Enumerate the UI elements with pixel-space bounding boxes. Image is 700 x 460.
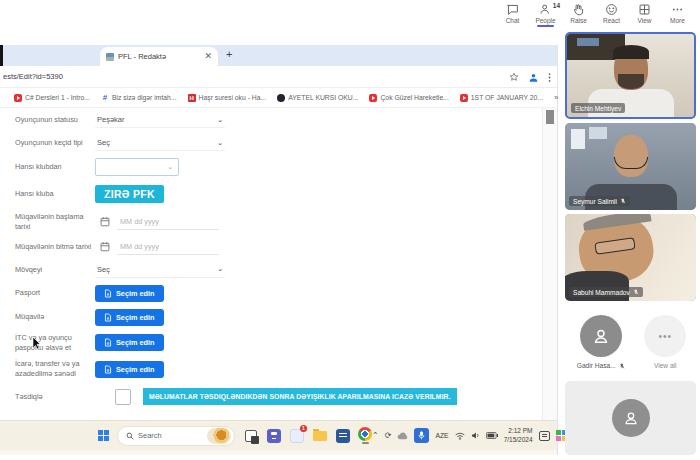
field-label: Müqavilənin bitmə tarixi xyxy=(15,242,95,252)
form-row-contract-end: Müqavilənin bitmə tarixi MM dd yyyy xyxy=(15,239,527,255)
speaker-icon[interactable] xyxy=(471,431,480,440)
mic-muted-icon xyxy=(620,198,626,204)
address-bar-url[interactable]: ests/Edit?id=5390 xyxy=(0,72,63,81)
raise-hand-icon xyxy=(572,3,585,16)
bookmark-item[interactable]: 1ST OF JANUARY 20... xyxy=(460,94,543,102)
form-row-contract-doc: Müqavilə Seçim edin xyxy=(15,309,527,326)
status-select[interactable]: Peşəkar ⌄ xyxy=(95,112,225,128)
position-select[interactable]: Seç ⌄ xyxy=(95,262,225,278)
bookmark-item[interactable]: HHaşr suresi oku - Ha... xyxy=(188,94,267,102)
notification-app-button[interactable]: 1 xyxy=(289,428,304,443)
sync-icon[interactable]: ⟳ xyxy=(385,432,392,440)
chevron-down-icon: ⌄ xyxy=(167,163,173,171)
tray-overflow-chevron-icon[interactable]: ⌃ xyxy=(372,432,379,440)
people-button[interactable]: 14 People xyxy=(533,3,558,24)
windows-taskbar: Search 1 ⌃ ⟳ AZE xyxy=(0,420,557,450)
bookmark-item[interactable]: C# Dersleri 1 - Intro... xyxy=(14,94,90,102)
confirmation-warning-banner: MƏLUMATLAR TƏSDIQLƏNDIKDƏN SONRA DƏYIŞIK… xyxy=(143,388,457,405)
meeting-toolbar: Chat 14 People Raise React View More xyxy=(500,0,700,30)
form-row-transfer-type: Oyunçunun keçid tipi Seç ⌄ xyxy=(15,135,527,151)
participant-name: Gadir Hasa... xyxy=(577,362,625,369)
upload-button-label: Seçim edin xyxy=(116,289,155,298)
battery-icon[interactable] xyxy=(486,432,498,439)
contract-end-date-input[interactable]: MM dd yyyy xyxy=(117,239,219,255)
teams-app-button[interactable] xyxy=(266,428,281,443)
react-button[interactable]: React xyxy=(599,3,624,24)
field-label: Pasport xyxy=(15,288,95,298)
more-button[interactable]: More xyxy=(665,3,690,24)
browser-tab[interactable]: PFL - Redaktə ✕ xyxy=(100,47,218,66)
people-icon xyxy=(539,3,552,16)
language-indicator[interactable]: AZE xyxy=(435,432,448,439)
raise-hand-button[interactable]: Raise xyxy=(566,3,591,24)
search-icon xyxy=(126,432,134,440)
form-row-itc: İTC və ya oyunçu pasportu əlavə et Seçim… xyxy=(15,333,527,353)
participant-name-chip: Elchin Mehtiyev xyxy=(571,103,625,113)
bookmark-label: AYETEL KURSI OKU... xyxy=(288,94,358,101)
office-app-button[interactable] xyxy=(335,428,350,443)
bookmark-label: Çok Güzel Hareketle... xyxy=(380,94,448,101)
file-icon xyxy=(104,338,112,347)
browser-menu-icon[interactable] xyxy=(548,72,551,83)
itc-upload-button[interactable]: Seçim edin xyxy=(95,334,164,351)
tab-close-icon[interactable]: ✕ xyxy=(204,52,212,61)
confirm-checkbox[interactable] xyxy=(115,389,131,405)
microphone-active-button[interactable] xyxy=(414,428,429,443)
taskbar-search[interactable]: Search xyxy=(117,426,235,446)
task-view-button[interactable] xyxy=(243,428,258,443)
mic-muted-icon xyxy=(619,363,625,369)
form-row-position: Mövqeyi Seç ⌄ xyxy=(15,262,527,278)
bookmark-item[interactable]: #Biz sizə digər imtah... xyxy=(101,94,177,102)
file-explorer-button[interactable] xyxy=(312,428,327,443)
ellipsis-icon: ••• xyxy=(644,315,686,357)
bookmarks-overflow-icon[interactable]: » xyxy=(554,93,558,102)
desktop-edge xyxy=(0,450,557,455)
video-tile-sabuhi[interactable]: Sabuhi Mammadov xyxy=(565,214,696,301)
calendar-icon[interactable] xyxy=(100,216,110,227)
view-all-button[interactable]: ••• View all xyxy=(644,315,686,369)
tray-time: 2:12 PM xyxy=(508,427,532,434)
notification-center-icon[interactable] xyxy=(539,431,550,441)
avatar xyxy=(580,315,622,357)
participant-avatar-gadir[interactable]: Gadir Hasa... xyxy=(577,315,625,369)
bookmark-item[interactable]: AYETEL KURSI OKU... xyxy=(277,94,358,102)
scrollbar-thumb[interactable] xyxy=(546,110,554,124)
chrome-app-button[interactable] xyxy=(358,427,372,444)
new-tab-button[interactable]: + xyxy=(226,49,232,60)
bookmark-star-icon[interactable] xyxy=(509,72,519,82)
passport-upload-button[interactable]: Seçim edin xyxy=(95,285,164,302)
notification-badge: 1 xyxy=(300,425,307,432)
video-tile-seymur[interactable]: Seymur Salimli xyxy=(565,123,696,210)
clock[interactable]: 2:12 PM 7/15/2024 xyxy=(504,427,533,445)
cloud-icon[interactable] xyxy=(397,432,408,440)
form-row-confirm: Təsdiqlə MƏLUMATLAR TƏSDIQLƏNDIKDƏN SONR… xyxy=(15,388,527,405)
page-content: Oyunçunun statusu Peşəkar ⌄ Oyunçunun ke… xyxy=(0,108,557,420)
more-participants-row: Gadir Hasa... ••• View all xyxy=(565,305,698,373)
transfer-type-select[interactable]: Seç ⌄ xyxy=(95,135,225,151)
page-scrollbar[interactable] xyxy=(542,108,557,420)
field-label: Mövqeyi xyxy=(15,265,95,275)
video-tile-elchin[interactable]: Elchin Mehtiyev xyxy=(565,32,696,119)
taskbar-apps: Search 1 xyxy=(98,426,372,446)
calendar-icon[interactable] xyxy=(100,241,110,252)
wifi-icon[interactable] xyxy=(455,432,465,440)
people-active-indicator xyxy=(537,25,554,27)
from-club-combobox[interactable]: ⌄ xyxy=(95,158,179,176)
lease-upload-button[interactable]: Seçim edin xyxy=(95,361,164,378)
camera-off-tile[interactable] xyxy=(565,381,696,455)
bookmark-item[interactable]: Çok Güzel Hareketle... xyxy=(369,94,448,102)
mouse-cursor xyxy=(32,336,42,350)
start-button[interactable] xyxy=(98,430,109,441)
file-icon xyxy=(104,313,112,322)
people-label: People xyxy=(535,17,555,24)
date-control: MM dd yyyy xyxy=(100,214,219,230)
tab-title: PFL - Redaktə xyxy=(118,52,200,61)
participant-name-chip: Sabuhi Mammadov xyxy=(569,287,643,297)
form-row-to-club: Hansı kluba ZIRƏ PFK xyxy=(15,185,527,203)
chat-button[interactable]: Chat xyxy=(500,3,525,24)
contract-start-date-input[interactable]: MM dd yyyy xyxy=(117,214,219,230)
profile-avatar-icon[interactable] xyxy=(528,72,539,83)
contract-upload-button[interactable]: Seçim edin xyxy=(95,309,164,326)
view-button[interactable]: View xyxy=(632,3,657,24)
dark-circle-favicon xyxy=(277,94,285,102)
